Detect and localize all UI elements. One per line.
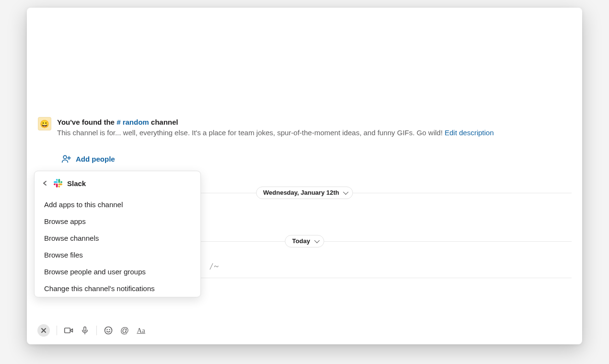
intro-title: You've found the # random channel [57, 117, 494, 128]
channel-intro: 😀 You've found the # random channel This… [38, 117, 494, 138]
popover-header: Slack [35, 174, 200, 196]
svg-point-10 [107, 329, 107, 330]
menu-item-change-notifications[interactable]: Change this channel's notifications [35, 280, 200, 297]
svg-point-11 [109, 329, 110, 330]
intro-text-block: You've found the # random channel This c… [57, 117, 494, 138]
smile-emoji: 😀 [40, 119, 49, 129]
menu-item-browse-people[interactable]: Browse people and user groups [35, 263, 200, 280]
back-button[interactable] [41, 179, 49, 187]
date-pill-label: Today [292, 237, 310, 245]
menu-item-browse-files[interactable]: Browse files [35, 247, 200, 263]
toolbar-separator [96, 326, 97, 335]
date-pill-label: Wednesday, January 12th [263, 189, 339, 196]
mention-button[interactable]: @ [120, 326, 129, 335]
menu-item-browse-apps[interactable]: Browse apps [35, 213, 200, 230]
microphone-icon [81, 326, 89, 335]
svg-point-9 [105, 327, 112, 334]
intro-description: This channel is for... well, everything … [57, 128, 494, 138]
intro-title-prefix: You've found the [57, 118, 117, 126]
channel-emoji-avatar: 😀 [38, 117, 51, 130]
chevron-left-icon [42, 180, 48, 186]
smile-icon [104, 326, 113, 335]
close-icon [41, 328, 47, 333]
close-shortcuts-button[interactable] [37, 324, 50, 337]
app-card: 😀 You've found the # random channel This… [27, 8, 582, 344]
person-plus-icon [61, 154, 71, 164]
channel-hash-link[interactable]: # random [117, 118, 149, 126]
audio-button[interactable] [80, 326, 90, 335]
svg-point-0 [63, 155, 67, 159]
composer-toolbar: @ Aa [37, 324, 146, 337]
edit-description-link[interactable]: Edit description [445, 129, 494, 137]
toolbar-separator [57, 326, 57, 335]
date-pill-button[interactable]: Today [285, 235, 324, 247]
divider-line [353, 193, 572, 193]
svg-rect-7 [84, 327, 86, 331]
menu-item-browse-channels[interactable]: Browse channels [35, 230, 200, 247]
slash-command-hint: /~ [210, 262, 220, 272]
date-pill-button[interactable]: Wednesday, January 12th [256, 187, 353, 199]
video-icon [64, 326, 73, 335]
formatting-button[interactable]: Aa [136, 326, 146, 335]
intro-desc-text: This channel is for... well, everything … [57, 129, 445, 137]
svg-rect-5 [65, 328, 70, 333]
slack-logo-icon [54, 179, 62, 188]
divider-line [324, 241, 572, 242]
video-button[interactable] [64, 326, 73, 335]
emoji-button[interactable] [104, 326, 113, 335]
intro-title-suffix: channel [149, 118, 178, 126]
menu-item-add-apps[interactable]: Add apps to this channel [35, 196, 200, 213]
add-people-button[interactable]: Add people [56, 150, 121, 167]
shortcuts-popover: Slack Add apps to this channel Browse ap… [34, 171, 201, 297]
add-people-label: Add people [76, 155, 115, 163]
popover-title: Slack [67, 179, 86, 188]
